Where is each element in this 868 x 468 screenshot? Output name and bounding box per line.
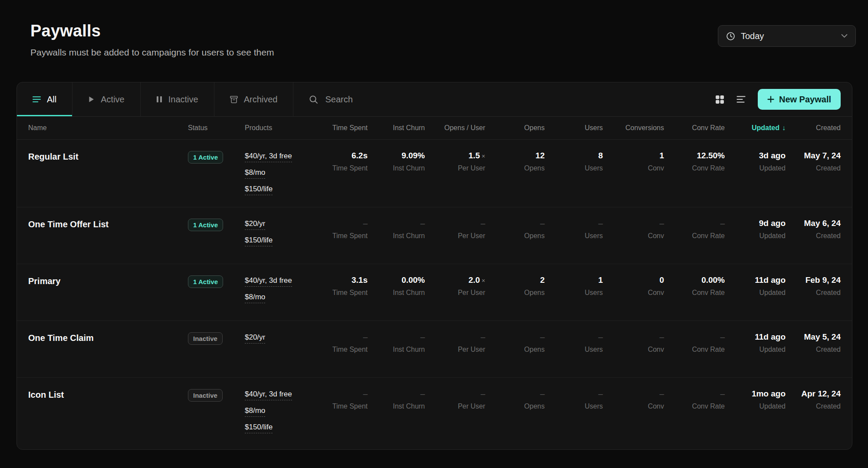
archive-icon [230, 96, 238, 103]
metric-label: Updated [725, 232, 786, 240]
metric-label: Updated [725, 346, 786, 353]
metric-label: Conv Rate [664, 403, 725, 410]
product-item[interactable]: $8/mo [245, 293, 265, 303]
column-header-opens-per-user[interactable]: Opens / User [425, 124, 485, 132]
metric-label: Created [786, 403, 841, 410]
tab-all[interactable]: All [17, 82, 72, 116]
status-badge: 1 Active [188, 151, 223, 164]
paywall-name[interactable]: One Time Offer List [17, 219, 188, 229]
tab-inactive-label: Inactive [168, 95, 198, 105]
search-input[interactable] [325, 95, 481, 105]
page-subtitle: Paywalls must be added to campaigns for … [30, 47, 274, 58]
product-item[interactable]: $8/mo [245, 168, 265, 179]
products-list: $20/yr$150/life [245, 219, 323, 246]
metric-value: 0.00% [664, 275, 725, 285]
search-box[interactable] [293, 82, 497, 116]
paywall-name[interactable]: Icon List [17, 389, 188, 400]
metric-label: Updated [725, 403, 786, 410]
column-header-time-spent[interactable]: Time Spent [323, 124, 368, 132]
paywall-name[interactable]: Primary [17, 275, 188, 286]
table-row[interactable]: Icon List Inactive $40/yr, 3d free$8/mo$… [17, 378, 852, 445]
column-header-users[interactable]: Users [545, 124, 603, 132]
status-badge: Inactive [188, 389, 223, 402]
status-badge: 1 Active [188, 275, 223, 288]
metric-value: – [545, 332, 603, 342]
status-cell: 1 Active [188, 151, 245, 164]
metric-label: Created [786, 232, 841, 240]
metric-value: – [485, 332, 545, 342]
new-paywall-button[interactable]: New Paywall [758, 89, 841, 110]
column-header-status[interactable]: Status [188, 124, 245, 132]
metric-cell: 9.09%Inst Churn [368, 151, 425, 172]
metric-value: – [368, 389, 425, 399]
metric-cell: –Opens [485, 389, 545, 410]
metric-cell: –Inst Churn [368, 389, 425, 410]
metric-cell: 12.50%Conv Rate [664, 151, 725, 172]
tab-archived[interactable]: Archived [214, 82, 294, 116]
metric-label: Time Spent [323, 164, 368, 172]
metric-label: Inst Churn [368, 403, 425, 410]
metric-label: Users [545, 403, 603, 410]
tab-all-label: All [47, 95, 56, 105]
tab-inactive[interactable]: Inactive [141, 82, 214, 116]
column-header-created[interactable]: Created [786, 124, 852, 132]
metric-cell: –Time Spent [323, 219, 368, 240]
column-header-opens[interactable]: Opens [485, 124, 545, 132]
metric-cell: 1.5×Per User [425, 151, 485, 172]
clock-icon [726, 32, 735, 41]
table-row[interactable]: Primary 1 Active $40/yr, 3d free$8/mo 3.… [17, 264, 852, 321]
metric-value: 0.00% [368, 275, 425, 285]
metric-label: Time Spent [323, 346, 368, 353]
metric-value: – [323, 219, 368, 228]
table-row[interactable]: Regular Lsit 1 Active $40/yr, 3d free$8/… [17, 140, 852, 207]
column-header-name[interactable]: Name [17, 124, 188, 132]
column-header-inst-churn[interactable]: Inst Churn [368, 124, 425, 132]
metric-cell: 0.00%Conv Rate [664, 275, 725, 297]
metric-cell: 9d agoUpdated [725, 219, 786, 240]
product-item[interactable]: $40/yr, 3d free [245, 276, 292, 287]
metric-value: – [323, 389, 368, 399]
metric-cell: Apr 12, 24Created [786, 389, 852, 410]
metric-label: Conv [603, 232, 664, 240]
grid-view-icon[interactable] [715, 95, 724, 104]
chevron-down-icon [841, 34, 848, 38]
list-view-icon[interactable] [736, 95, 746, 103]
metric-cell: –Users [545, 219, 603, 240]
metric-label: Time Spent [323, 232, 368, 240]
table-row[interactable]: One Time Offer List 1 Active $20/yr$150/… [17, 207, 852, 264]
product-item[interactable]: $150/life [245, 185, 273, 195]
metric-label: Conv [603, 164, 664, 172]
product-item[interactable]: $20/yr [245, 219, 265, 230]
product-item[interactable]: $8/mo [245, 406, 265, 417]
date-filter-dropdown[interactable]: Today [718, 25, 856, 47]
product-item[interactable]: $150/life [245, 423, 273, 433]
table-row[interactable]: One Time Claim Inactive $20/yr –Time Spe… [17, 321, 852, 378]
metric-label: Created [786, 164, 841, 172]
metric-cell: 11d agoUpdated [725, 332, 786, 353]
metric-cell: May 5, 24Created [786, 332, 852, 353]
column-header-products[interactable]: Products [245, 124, 323, 132]
new-paywall-label: New Paywall [779, 95, 831, 105]
product-item[interactable]: $20/yr [245, 333, 265, 344]
product-item[interactable]: $40/yr, 3d free [245, 152, 292, 162]
metric-value: – [664, 332, 725, 342]
metric-cell: –Conv [603, 332, 664, 353]
metric-value: 1mo ago [725, 389, 786, 399]
column-header-conversions[interactable]: Conversions [603, 124, 664, 132]
column-header-updated[interactable]: Updated↓ [725, 124, 786, 132]
metric-cell: 3d agoUpdated [725, 151, 786, 172]
product-item[interactable]: $150/life [245, 236, 273, 246]
paywall-name[interactable]: Regular Lsit [17, 151, 188, 162]
metric-label: Conv Rate [664, 232, 725, 240]
metric-label: Conv Rate [664, 164, 725, 172]
metric-value: – [368, 332, 425, 342]
column-header-updated-label: Updated [752, 124, 779, 131]
tab-active[interactable]: Active [72, 82, 140, 116]
page-header: Paywalls Paywalls must be added to campa… [0, 0, 868, 58]
products-list: $40/yr, 3d free$8/mo [245, 275, 323, 303]
product-item[interactable]: $40/yr, 3d free [245, 390, 292, 400]
paywall-name[interactable]: One Time Claim [17, 332, 188, 343]
metric-value: May 7, 24 [786, 151, 841, 160]
metric-label: Users [545, 164, 603, 172]
column-header-conv-rate[interactable]: Conv Rate [664, 124, 725, 132]
